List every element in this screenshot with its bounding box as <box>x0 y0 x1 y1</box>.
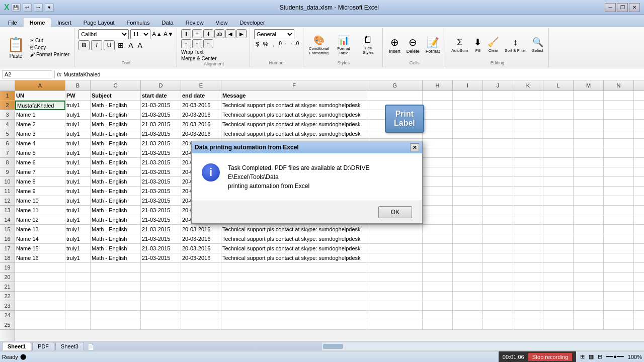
dialog-title: Data printing automation from Excel <box>195 144 299 151</box>
dialog: Data printing automation from Excel ✕ i … <box>191 141 423 224</box>
dialog-body: i Task Completed. PDF files are availabl… <box>192 153 422 201</box>
dialog-message: Task Completed. PDF files are available … <box>228 163 412 191</box>
dialog-info-icon: i <box>202 163 220 182</box>
dialog-overlay: Data printing automation from Excel ✕ i … <box>0 0 644 362</box>
dialog-footer: OK <box>192 201 422 223</box>
dialog-ok-button[interactable]: OK <box>378 206 412 218</box>
dialog-title-bar: Data printing automation from Excel ✕ <box>192 141 422 153</box>
dialog-close-button[interactable]: ✕ <box>410 143 419 151</box>
